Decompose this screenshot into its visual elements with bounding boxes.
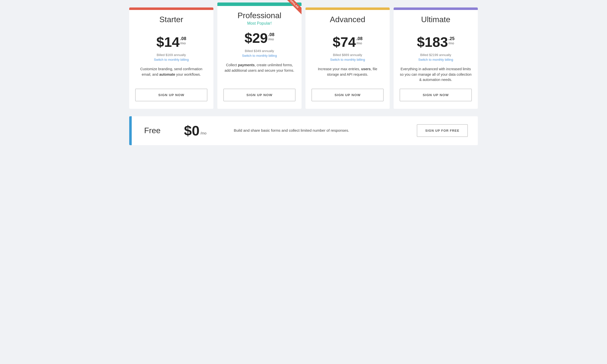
plan-price-advanced: $74 .08 /mo: [333, 35, 363, 49]
plan-name-advanced: Advanced: [330, 15, 365, 24]
plan-description-professional: Collect payments, create unlimited forms…: [217, 62, 302, 83]
pricing-grid: Starter $14 .08 /mo Billed $169 annually…: [129, 7, 478, 109]
billing-annual-starter: Billed $169 annually: [157, 53, 186, 57]
plan-card-advanced: Advanced $74 .08 /mo Billed $889 annuall…: [305, 7, 390, 109]
signup-button-professional[interactable]: SIGN UP NOW: [223, 89, 296, 101]
price-cents-block-ultimate: .25 /mo: [448, 35, 454, 45]
plan-card-ultimate: Ultimate $183 .25 /mo Billed $2199 annua…: [394, 7, 478, 109]
plan-price-ultimate: $183 .25 /mo: [417, 35, 454, 49]
signup-button-starter[interactable]: SIGN UP NOW: [135, 89, 207, 101]
free-plan-description: Build and share basic forms and collect …: [234, 128, 407, 133]
plan-name-professional: Professional: [238, 11, 281, 20]
switch-billing-link-starter[interactable]: Switch to monthly billing: [154, 58, 189, 61]
plan-name-starter: Starter: [159, 15, 183, 24]
price-cents-block-starter: .08 /mo: [180, 35, 186, 45]
plan-top-bar-starter: [129, 7, 213, 10]
free-plan-row: Free $0 /mo Build and share basic forms …: [129, 116, 478, 145]
price-dollar-advanced: $74: [333, 35, 356, 49]
popular-badge-wrap: POPULAR: [282, 0, 302, 19]
free-signup-button[interactable]: SIGN UP FOR FREE: [417, 124, 468, 137]
plan-top-bar-ultimate: [394, 7, 478, 10]
popular-badge: POPULAR: [283, 0, 302, 14]
billing-annual-advanced: Billed $889 annually: [333, 53, 362, 57]
price-period-starter: /mo: [180, 42, 186, 45]
plan-top-bar-advanced: [305, 7, 390, 10]
switch-billing-link-advanced[interactable]: Switch to monthly billing: [330, 58, 365, 61]
price-cents-professional: .08: [268, 33, 274, 37]
billing-annual-ultimate: Billed $2199 annually: [420, 53, 451, 57]
plan-subtitle-professional: Most Popular!: [247, 21, 272, 27]
signup-button-ultimate[interactable]: SIGN UP NOW: [400, 89, 472, 101]
price-dollar-starter: $14: [156, 35, 180, 49]
price-period-advanced: /mo: [356, 42, 362, 45]
plan-card-professional: POPULAR Professional Most Popular! $29 .…: [217, 2, 302, 109]
price-period-ultimate: /mo: [448, 42, 454, 45]
plan-price-professional: $29 .08 /mo: [244, 31, 274, 45]
free-plan-accent: [129, 116, 132, 145]
free-plan-name: Free: [144, 126, 174, 135]
price-period-professional: /mo: [268, 38, 274, 41]
price-cents-ultimate: .25: [448, 37, 454, 41]
price-cents-advanced: .08: [356, 37, 362, 41]
plan-description-advanced: Increase your max entries, users, file s…: [305, 66, 390, 83]
free-price-dollar: $0: [184, 124, 199, 138]
switch-billing-link-ultimate[interactable]: Switch to monthly billing: [418, 58, 453, 61]
switch-billing-link-professional[interactable]: Switch to monthly billing: [242, 54, 277, 58]
plan-description-ultimate: Everything in advanced with increased li…: [394, 66, 478, 83]
plan-card-starter: Starter $14 .08 /mo Billed $169 annually…: [129, 7, 213, 109]
signup-button-advanced[interactable]: SIGN UP NOW: [311, 89, 384, 101]
price-cents-block-professional: .08 /mo: [268, 31, 274, 41]
price-cents-block-advanced: .08 /mo: [356, 35, 362, 45]
price-dollar-professional: $29: [244, 31, 268, 45]
plan-description-starter: Customize branding, send confirmation em…: [129, 66, 213, 83]
plan-name-ultimate: Ultimate: [421, 15, 450, 24]
price-dollar-ultimate: $183: [417, 35, 448, 49]
price-cents-starter: .08: [180, 37, 186, 41]
plan-price-starter: $14 .08 /mo: [156, 35, 186, 49]
billing-annual-professional: Billed $349 annually: [245, 49, 274, 53]
free-plan-price: $0 /mo: [184, 124, 219, 138]
free-price-period: /mo: [200, 131, 206, 135]
